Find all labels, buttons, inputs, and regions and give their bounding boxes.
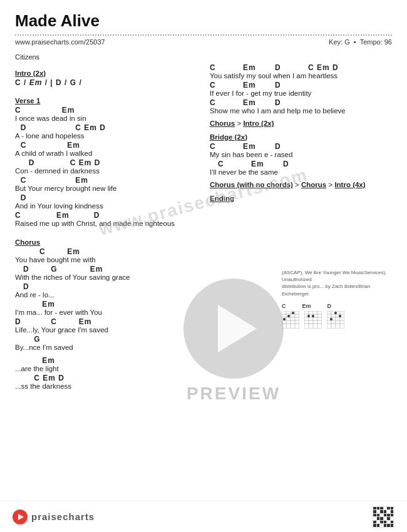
- v1-chord-2: D C Em D: [15, 123, 197, 132]
- chord-diagram-em: [304, 311, 322, 329]
- ch-lyric-6: By...nce I'm saved: [15, 344, 197, 351]
- ch-lyric-4: I'm ma... for - ever with You: [15, 309, 197, 316]
- ending-section: Ending: [210, 195, 392, 202]
- chorus-intro-ref: Chorus > Intro (2x): [210, 120, 392, 127]
- chord-diagram-d: [327, 311, 344, 329]
- cd-label-d: D: [327, 302, 332, 310]
- intro-label: Intro (2x): [15, 69, 197, 77]
- ch-chord-1: C Em: [15, 247, 197, 256]
- qr-code: [372, 506, 394, 528]
- svg-point-9: [287, 315, 290, 317]
- vr-lyric-3: Show me who I am and help me to believe: [210, 107, 392, 115]
- svg-point-19: [307, 315, 310, 317]
- copyright-text: (ASCAP), We Are Younger We MusicServices…: [282, 269, 394, 329]
- chorus-ref-label: Chorus: [210, 120, 235, 127]
- ch-chord-6: G: [15, 335, 197, 344]
- right-column: C Em D C Em D You satisfy my soul when I…: [210, 63, 392, 391]
- ch-lyric-3: And re - lo...: [15, 291, 197, 299]
- v1-lyric-1: I once was dead in sin: [15, 115, 197, 122]
- vr-chord-3: C Em D: [210, 98, 392, 107]
- v1-lyric-2: A - lone and hopeless: [15, 132, 197, 140]
- vr-chord-2: C Em D: [210, 81, 392, 90]
- svg-point-8: [292, 312, 294, 314]
- ch-chord-4: Em: [15, 300, 197, 309]
- footer-logo: praisecharts: [13, 509, 95, 524]
- song-title: Made Alive: [15, 11, 392, 31]
- svg-point-30: [339, 315, 341, 317]
- left-column: Intro (2x) C / Em / | D / G / Verse 1 C …: [15, 63, 197, 391]
- v1-lyric-6: And in Your loving kindness: [15, 202, 197, 210]
- ch-lyric-2: With the riches of Your saving grace: [15, 274, 197, 281]
- arrow-2: >: [295, 181, 301, 188]
- footer-play-icon: [18, 514, 24, 520]
- svg-point-10: [283, 318, 286, 320]
- intro-section: Intro (2x) C / Em / | D / G /: [15, 69, 197, 87]
- br-lyric-2: I'll never be the same: [210, 168, 392, 176]
- bridge-section: Bridge (2x) C Em D My sin has been e - r…: [210, 133, 392, 176]
- page-content: Made Alive www.praisecharts.com/25037 Ke…: [0, 0, 407, 397]
- meta-row: www.praisecharts.com/25037 Key: G • Temp…: [15, 38, 392, 46]
- footer-brand: praisecharts: [31, 511, 95, 522]
- chorus-nochords-ref: Chorus (with no chords) > Chorus > Intro…: [210, 181, 392, 188]
- chord-diagram-c: [282, 311, 299, 329]
- v1-chord-7: C Em D: [15, 211, 197, 220]
- arrow-1: >: [237, 120, 243, 127]
- v2p-lyric-2: ...ss the darkness: [15, 382, 197, 390]
- song-url: www.praisecharts.com/25037: [15, 38, 105, 46]
- v1-lyric-7: Raised me up with Christ, and made me ri…: [15, 220, 197, 227]
- svg-point-31: [330, 318, 332, 320]
- verse1-right-section: C Em D C Em D You satisfy my soul when I…: [210, 63, 392, 115]
- chorus-label: Chorus: [15, 238, 197, 246]
- intro-4x-label: Intro (4x): [334, 181, 365, 188]
- vr-lyric-1: You satisfy my soul when I am heartless: [210, 72, 392, 79]
- v1-chord-3: C Em: [15, 141, 197, 150]
- divider: [15, 34, 392, 36]
- vr-lyric-2: If ever I for - get my true identity: [210, 90, 392, 97]
- v1-lyric-4: Con - demned in darkness: [15, 167, 197, 175]
- footer-play-button[interactable]: [13, 509, 28, 524]
- svg-point-29: [334, 312, 337, 314]
- ending-label: Ending: [210, 195, 392, 202]
- ch-chord-3: D: [15, 282, 197, 291]
- verse2-partial: Em ...are the light C Em D ...ss the dar…: [15, 356, 197, 390]
- vr-chord-1: C Em D C Em D: [210, 63, 392, 72]
- br-lyric-1: My sin has been e - rased: [210, 151, 392, 158]
- verse1-label: Verse 1: [15, 97, 197, 105]
- cd-label-em: Em: [302, 302, 311, 310]
- v2p-chord-1: Em: [15, 356, 197, 365]
- ch-lyric-5: Life...ly, Your grace I'm saved: [15, 326, 197, 334]
- bridge-label: Bridge (2x): [210, 133, 392, 141]
- ch-chord-2: D G Em: [15, 265, 197, 274]
- br-chord-2: C Em D: [210, 160, 392, 168]
- key-tempo: Key: G • Tempo: 96: [329, 38, 392, 46]
- intro-chords: C / Em / | D / G /: [15, 78, 197, 87]
- two-column-layout: Intro (2x) C / Em / | D / G / Verse 1 C …: [15, 63, 392, 391]
- footer: praisecharts: [0, 501, 407, 532]
- chorus-nochords-label: Chorus (with no chords): [210, 181, 293, 188]
- chorus-ref-2-label: Chorus: [301, 181, 326, 188]
- arrow-3: >: [328, 181, 334, 188]
- v1-chord-5: C Em: [15, 176, 197, 185]
- v1-chord-4: D C Em D: [15, 158, 197, 167]
- br-chord-1: C Em D: [210, 142, 392, 151]
- v1-lyric-5: But Your mercy brought new life: [15, 185, 197, 192]
- chord-diagrams: [282, 311, 394, 329]
- v1-chord-1: C Em: [15, 106, 197, 115]
- intro-ref-label: Intro (2x): [243, 120, 274, 127]
- v2p-lyric-1: ...are the light: [15, 365, 197, 372]
- v2p-chord-2: C Em D: [15, 374, 197, 382]
- svg-point-20: [312, 315, 314, 317]
- verse1-section: Verse 1 C Em I once was dead in sin D C …: [15, 97, 197, 227]
- ch-lyric-1: You have bought me with: [15, 256, 197, 263]
- chorus-section: Chorus C Em You have bought me with D G …: [15, 238, 197, 351]
- chord-diagram-row: C Em D: [282, 302, 394, 310]
- v1-lyric-3: A child of wrath I walked: [15, 150, 197, 157]
- cd-label-c: C: [282, 302, 286, 310]
- copyright-content: (ASCAP), We Are Younger We MusicServices…: [282, 269, 394, 297]
- artist: Citizens: [15, 53, 392, 61]
- v1-chord-6: D: [15, 193, 197, 202]
- ch-chord-5: D C Em: [15, 317, 197, 326]
